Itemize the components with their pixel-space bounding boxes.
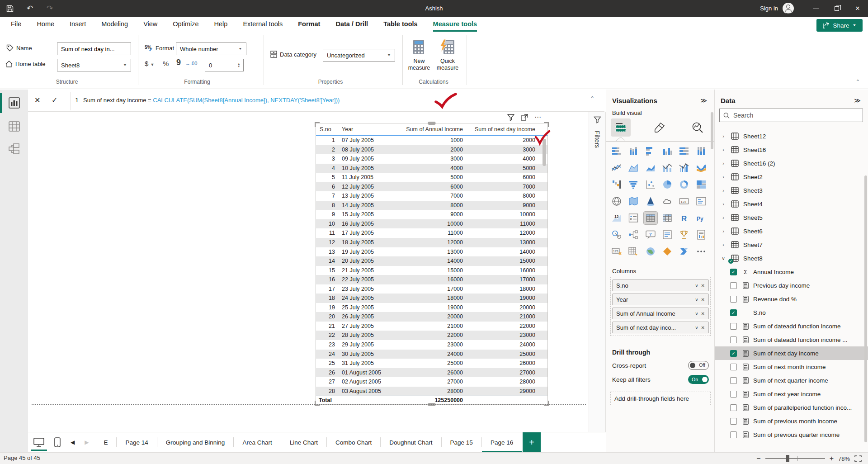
- column-header[interactable]: Sum of Annual Income: [395, 123, 463, 135]
- build-visual-icon[interactable]: [611, 118, 631, 137]
- add-page-button[interactable]: +: [523, 432, 541, 452]
- map-icon[interactable]: [610, 195, 623, 208]
- table-item-sheet4[interactable]: ›Sheet4: [715, 197, 868, 211]
- field-checkbox[interactable]: ✓: [730, 350, 737, 357]
- r-script-icon[interactable]: R: [677, 212, 691, 224]
- page-tab-doughnut-chart[interactable]: Doughnut Chart: [381, 432, 441, 452]
- new-card-icon[interactable]: 123: [610, 245, 623, 258]
- stepper-arrows-icon[interactable]: ▴▾: [238, 62, 240, 68]
- paginated-report-icon[interactable]: [694, 228, 708, 241]
- field-checkbox[interactable]: [730, 296, 737, 303]
- add-drill-through-dropzone[interactable]: Add drill-through fields here: [610, 392, 711, 405]
- collapse-formula-icon[interactable]: ⌃: [590, 95, 594, 102]
- field-item-sum-of-next-year-income[interactable]: Sum of next year income: [715, 387, 868, 401]
- dollar-icon[interactable]: $ ▼: [145, 60, 154, 67]
- field-well-pill[interactable]: Year∨✕: [612, 294, 709, 305]
- filter-icon[interactable]: [507, 114, 514, 121]
- menu-tab-insert[interactable]: Insert: [70, 17, 86, 32]
- chevron-right-icon[interactable]: ›: [720, 228, 726, 234]
- field-checkbox[interactable]: [730, 377, 737, 384]
- slicer-icon[interactable]: [627, 212, 640, 224]
- column-header[interactable]: S.no: [316, 123, 336, 135]
- more-visuals-icon[interactable]: [694, 245, 708, 258]
- field-item-previous-day-income[interactable]: Previous day income: [715, 279, 868, 292]
- decimal-places-stepper[interactable]: 0 ▴▾: [205, 59, 244, 71]
- calculation-grid-icon[interactable]: [627, 245, 640, 258]
- page-tab-page-14[interactable]: Page 14: [117, 432, 156, 452]
- quick-measure-button[interactable]: Quick measure: [433, 58, 462, 71]
- pane-scrollbar[interactable]: [864, 175, 867, 442]
- zoom-slider-thumb[interactable]: [786, 455, 789, 462]
- power-automate-icon[interactable]: [677, 245, 691, 258]
- field-checkbox[interactable]: [730, 418, 737, 425]
- field-item-sum-of-previous-month-income[interactable]: Sum of previous month income: [715, 414, 868, 428]
- donut-chart-icon[interactable]: [677, 178, 691, 191]
- field-well-pill[interactable]: Sum of next day inco...∨✕: [612, 322, 709, 333]
- field-checkbox[interactable]: [730, 364, 737, 370]
- remove-x-icon[interactable]: ✕: [701, 283, 705, 288]
- cancel-icon[interactable]: ✕: [34, 96, 40, 104]
- mobile-view-icon[interactable]: [54, 437, 61, 447]
- report-canvas[interactable]: ⋯ S.noYearSum of Annual IncomeSum of nex…: [28, 112, 589, 432]
- field-checkbox[interactable]: [730, 431, 737, 438]
- line-and-clustered-column-chart-icon[interactable]: [677, 161, 691, 174]
- ribbon-chart-icon[interactable]: [694, 161, 708, 174]
- chevron-right-icon[interactable]: ›: [720, 133, 726, 139]
- scatter-chart-icon[interactable]: [644, 178, 657, 191]
- line-chart-icon[interactable]: [610, 161, 623, 174]
- chevron-right-icon[interactable]: ›: [720, 188, 726, 193]
- data-category-select[interactable]: Uncategorized▼: [323, 49, 395, 62]
- menu-tab-external-tools[interactable]: External tools: [243, 17, 283, 32]
- redo-icon[interactable]: ↷: [40, 0, 60, 17]
- analytics-icon[interactable]: [688, 118, 708, 137]
- stacked-area-chart-icon[interactable]: [644, 161, 657, 174]
- q-and-a-icon[interactable]: ?: [644, 228, 657, 241]
- search-input[interactable]: [733, 112, 859, 119]
- table-visual[interactable]: S.noYearSum of Annual IncomeSum of next …: [316, 123, 548, 405]
- prev-page-icon[interactable]: ◀: [71, 439, 75, 445]
- table-item-sheet5[interactable]: ›Sheet5: [715, 211, 868, 224]
- collapse-ribbon-icon[interactable]: ⌃: [856, 79, 860, 85]
- filters-pane-collapsed[interactable]: Filters: [589, 112, 606, 432]
- cross-report-toggle[interactable]: Off: [688, 361, 709, 370]
- field-item-sum-of-dateadd-function-income[interactable]: Sum of dateadd function income: [715, 319, 868, 333]
- stacked-bar-chart-icon[interactable]: [610, 145, 623, 157]
- decomposition-tree-icon[interactable]: [627, 228, 640, 241]
- field-checkbox[interactable]: [730, 391, 737, 398]
- power-apps-icon[interactable]: [660, 245, 674, 258]
- table-item-sheet6[interactable]: ›Sheet6: [715, 224, 868, 238]
- table-item-sheet7[interactable]: ›Sheet7: [715, 238, 868, 251]
- matrix-icon[interactable]: [660, 212, 674, 224]
- table-item-sheet12[interactable]: ›Sheet12: [715, 129, 868, 143]
- field-checkbox[interactable]: [730, 336, 737, 343]
- shape-map-icon[interactable]: [660, 195, 674, 208]
- chevron-right-icon[interactable]: ›: [720, 215, 726, 220]
- pie-chart-icon[interactable]: [660, 178, 674, 191]
- dax-formula[interactable]: Sum of next day income = CALCULATE(SUM(S…: [83, 97, 340, 104]
- home-table-select[interactable]: Sheet8▼: [57, 59, 131, 71]
- close-icon[interactable]: ✕: [847, 0, 868, 17]
- format-visual-icon[interactable]: [650, 118, 670, 137]
- zoom-in-button[interactable]: +: [830, 455, 834, 462]
- focus-mode-icon[interactable]: [521, 114, 528, 121]
- card-icon[interactable]: 123: [677, 195, 691, 208]
- table-icon[interactable]: [644, 212, 657, 224]
- field-item-s-no[interactable]: ✓S.no: [715, 306, 868, 319]
- table-item-sheet3[interactable]: ›Sheet3: [715, 184, 868, 197]
- menu-tab-format[interactable]: Format: [298, 17, 320, 32]
- field-checkbox[interactable]: [730, 282, 737, 289]
- field-item-sum-of-previous-quarter-income[interactable]: Sum of previous quarter income: [715, 428, 868, 441]
- field-checkbox[interactable]: ✓: [730, 269, 737, 275]
- measure-name-input[interactable]: [57, 43, 131, 55]
- table-item-sheet2[interactable]: ›Sheet2: [715, 170, 868, 184]
- key-influencers-icon[interactable]: [610, 228, 623, 241]
- page-tab-grouping-and-binning[interactable]: Grouping and Binning: [157, 432, 234, 452]
- python-visual-icon[interactable]: Py: [694, 212, 708, 224]
- search-box[interactable]: [719, 109, 863, 122]
- chevron-right-icon[interactable]: ›: [720, 242, 726, 247]
- kpi-icon[interactable]: 12: [610, 212, 623, 224]
- column-header[interactable]: Sum of next day income: [463, 123, 535, 135]
- formula-bar[interactable]: ✕ ✓ 1 Sum of next day income = CALCULATE…: [28, 90, 604, 112]
- line-and-stacked-column-chart-icon[interactable]: [660, 161, 674, 174]
- avatar[interactable]: [783, 3, 794, 14]
